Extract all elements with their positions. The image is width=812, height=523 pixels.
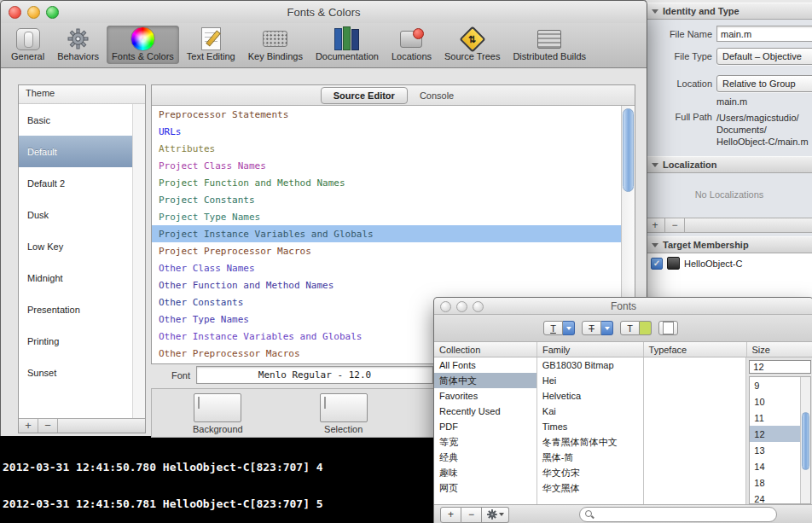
strikethrough-control[interactable]: T xyxy=(582,321,613,335)
category-row[interactable]: Project Function and Method Names xyxy=(152,174,622,191)
size-item[interactable]: 13 xyxy=(750,442,801,458)
collection-item[interactable]: PDF xyxy=(434,419,536,434)
toolbar-item-locations[interactable]: Locations xyxy=(386,26,437,64)
toolbar-item-distributed-builds[interactable]: Distributed Builds xyxy=(508,26,591,64)
minimize-button[interactable] xyxy=(456,301,467,312)
background-color-well[interactable] xyxy=(194,393,241,422)
family-item[interactable]: Kai xyxy=(537,404,643,419)
minimize-button[interactable] xyxy=(27,6,40,19)
typeface-header[interactable]: Typeface xyxy=(644,342,747,357)
collection-item[interactable]: 趣味 xyxy=(434,465,536,480)
collection-header[interactable]: Collection xyxy=(434,342,537,357)
prefs-titlebar[interactable]: Fonts & Colors xyxy=(1,1,647,23)
close-button[interactable] xyxy=(9,6,21,19)
add-collection-button[interactable]: + xyxy=(440,507,461,523)
text-color-swatch[interactable] xyxy=(640,321,652,335)
zoom-button[interactable] xyxy=(473,301,484,312)
collection-item[interactable]: All Fonts xyxy=(434,357,536,373)
toolbar-item-documentation[interactable]: Documentation xyxy=(310,26,384,64)
remove-theme-button[interactable]: − xyxy=(38,419,58,433)
theme-item-default[interactable]: Default xyxy=(19,136,132,167)
font-value-field[interactable]: Menlo Regular - 12.0 xyxy=(196,366,433,384)
remove-collection-button[interactable]: − xyxy=(461,507,482,523)
toolbar-item-fonts-colors[interactable]: Fonts & Colors xyxy=(107,26,179,64)
tab-console[interactable]: Console xyxy=(408,88,466,103)
localization-header[interactable]: Localization xyxy=(646,156,812,173)
action-gear-button[interactable] xyxy=(482,507,509,523)
family-item[interactable]: Times xyxy=(537,419,643,434)
add-theme-button[interactable]: + xyxy=(19,419,38,433)
remove-localization-button[interactable]: − xyxy=(665,218,685,232)
category-row[interactable]: URLs xyxy=(152,123,622,140)
size-item[interactable]: 11 xyxy=(750,410,801,426)
add-localization-button[interactable]: + xyxy=(646,218,665,232)
category-row[interactable]: Other Class Names xyxy=(152,259,622,276)
toolbar-item-key-bindings[interactable]: Key Bindings xyxy=(243,26,308,64)
toolbar-item-text-editing[interactable]: Text Editing xyxy=(182,26,241,64)
selection-color-well[interactable] xyxy=(320,393,368,422)
collection-item[interactable]: 网页 xyxy=(434,480,536,496)
theme-item-default2[interactable]: Default 2 xyxy=(19,167,132,199)
family-item[interactable]: Hei xyxy=(537,373,643,388)
search-input[interactable] xyxy=(597,508,771,520)
theme-item-presentation[interactable]: Presentation xyxy=(19,293,132,325)
target-membership-row[interactable]: ✓ HelloObject-C xyxy=(646,253,812,273)
theme-item-lowkey[interactable]: Low Key xyxy=(19,230,132,262)
collection-item[interactable]: 经典 xyxy=(434,450,536,465)
scrollbar-thumb[interactable] xyxy=(802,412,809,469)
family-item[interactable]: 冬青黑体简体中文 xyxy=(537,434,643,450)
file-name-field[interactable]: main.m xyxy=(716,26,812,42)
theme-item-basic[interactable]: Basic xyxy=(19,104,132,136)
identity-and-type-header[interactable]: Identity and Type xyxy=(646,3,812,20)
category-row[interactable]: Preprocessor Statements xyxy=(152,106,622,123)
size-item-selected[interactable]: 12 xyxy=(750,426,801,442)
underline-control[interactable]: T xyxy=(543,321,575,335)
category-row-selected[interactable]: Project Instance Variables and Globals xyxy=(152,225,622,242)
category-row[interactable]: Project Constants xyxy=(152,191,622,208)
family-header[interactable]: Family xyxy=(537,342,644,357)
category-row[interactable]: Project Type Names xyxy=(152,208,622,225)
toolbar-item-behaviors[interactable]: Behaviors xyxy=(52,26,104,64)
collection-item[interactable]: Recently Used xyxy=(434,404,536,419)
location-popup[interactable]: Relative to Group xyxy=(716,75,812,92)
theme-item-sunset[interactable]: Sunset xyxy=(19,357,132,388)
font-search-field[interactable] xyxy=(579,507,777,522)
category-row[interactable]: Other Function and Method Names xyxy=(152,276,622,293)
family-item[interactable]: 华文仿宋 xyxy=(537,465,643,480)
fonts-titlebar[interactable]: Fonts xyxy=(434,298,812,315)
size-item[interactable]: 10 xyxy=(750,393,801,410)
family-item[interactable]: 黑体-简 xyxy=(537,450,643,465)
size-item[interactable]: 14 xyxy=(750,458,801,474)
toolbar-item-general[interactable]: General xyxy=(6,26,49,64)
family-item[interactable]: Helvetica xyxy=(537,388,643,404)
collection-item[interactable]: Favorites xyxy=(434,388,536,404)
text-color-control[interactable]: T xyxy=(620,321,652,335)
toolbar-item-source-trees[interactable]: ⇅ Source Trees xyxy=(439,26,505,64)
category-row[interactable]: Project Class Names xyxy=(152,157,622,174)
theme-item-midnight[interactable]: Midnight xyxy=(19,262,132,293)
size-item[interactable]: 9 xyxy=(750,377,801,393)
tab-source-editor[interactable]: Source Editor xyxy=(321,87,408,104)
file-type-popup[interactable]: Default – Objective xyxy=(716,48,812,65)
size-item[interactable]: 24 xyxy=(750,491,801,504)
document-color-control[interactable] xyxy=(658,321,678,335)
close-button[interactable] xyxy=(440,301,451,312)
size-input[interactable] xyxy=(749,360,811,374)
target-checkbox[interactable]: ✓ xyxy=(651,258,663,270)
zoom-button[interactable] xyxy=(46,6,59,19)
theme-scrollbar[interactable] xyxy=(132,104,145,418)
collection-item-selected[interactable]: 简体中文 xyxy=(434,373,536,388)
target-membership-header[interactable]: Target Membership xyxy=(646,236,812,253)
scrollbar-thumb[interactable] xyxy=(623,108,634,192)
size-header[interactable]: Size xyxy=(747,342,812,357)
category-row[interactable]: Project Preprocessor Macros xyxy=(152,242,622,259)
family-item[interactable]: GB18030 Bitmap xyxy=(537,357,643,373)
category-row[interactable]: Attributes xyxy=(152,140,622,157)
size-scrollbar[interactable] xyxy=(800,377,810,503)
theme-item-dusk[interactable]: Dusk xyxy=(19,199,132,230)
theme-item-printing[interactable]: Printing xyxy=(19,325,132,357)
family-item[interactable]: 华文黑体 xyxy=(537,480,643,496)
collection-item[interactable]: 等宽 xyxy=(434,434,536,450)
size-item[interactable]: 18 xyxy=(750,474,801,491)
file-name-label: File Name xyxy=(646,29,716,39)
